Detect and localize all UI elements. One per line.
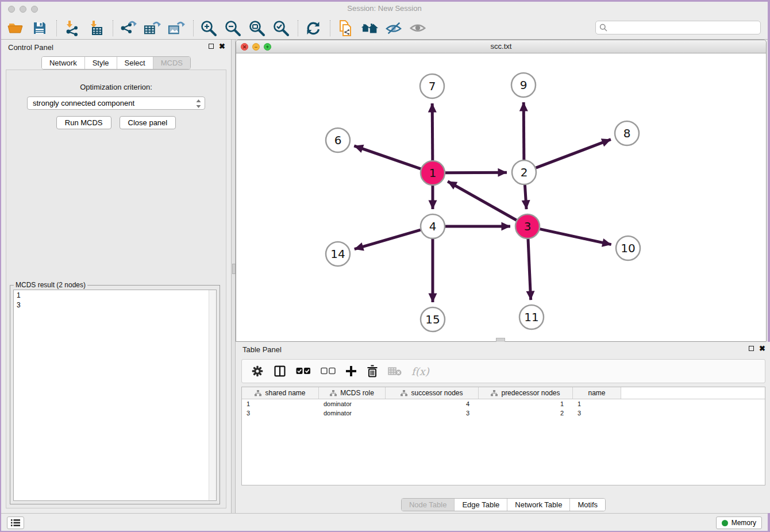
table-panel: Table Panel ✖ <box>236 342 770 513</box>
network-window-titlebar[interactable]: ✕ − + scc.txt <box>236 40 766 53</box>
zoom-selected-icon[interactable] <box>272 20 290 37</box>
node-2[interactable]: 2 <box>512 160 536 184</box>
open-session-icon[interactable] <box>7 20 24 37</box>
run-mcds-button[interactable]: Run MCDS <box>56 116 111 129</box>
export-network-icon[interactable] <box>120 20 137 37</box>
zoom-out-icon[interactable] <box>224 20 241 37</box>
zoom-in-icon[interactable] <box>200 20 217 37</box>
table-row[interactable]: 1dominator411 <box>242 399 765 408</box>
edge-2-3[interactable] <box>525 185 526 209</box>
float-panel-icon[interactable] <box>209 44 214 49</box>
import-network-icon[interactable] <box>63 20 80 37</box>
node-3[interactable]: 3 <box>515 214 540 238</box>
edge-3-11[interactable] <box>528 239 531 300</box>
table-tab-network-table[interactable]: Network Table <box>507 499 569 511</box>
home-icon[interactable] <box>361 20 378 37</box>
table-tab-edge-table[interactable]: Edge Table <box>454 499 507 511</box>
column-header-MCDS-role[interactable]: MCDS role <box>319 387 386 399</box>
refresh-icon[interactable] <box>305 20 322 37</box>
table-cell[interactable]: dominator <box>319 408 386 418</box>
table-row[interactable]: 3dominator323 <box>242 408 765 418</box>
svg-text:11: 11 <box>524 310 538 324</box>
table-cell[interactable]: 1 <box>479 399 573 408</box>
edge-3-10[interactable] <box>540 229 611 245</box>
tab-mcds[interactable]: MCDS <box>153 57 190 69</box>
table-cell[interactable]: 2 <box>479 408 573 418</box>
node-table[interactable]: shared nameMCDS rolesuccessor nodesprede… <box>241 387 765 485</box>
edge-1-6[interactable] <box>354 146 421 169</box>
export-image-icon[interactable] <box>168 20 185 37</box>
table-tab-node-table[interactable]: Node Table <box>402 499 455 511</box>
hide-unhide-icon[interactable] <box>385 20 402 37</box>
edge-4-14[interactable] <box>355 230 421 249</box>
create-column-icon[interactable] <box>345 365 357 377</box>
optimization-criterion-select[interactable]: strongly connected component <box>27 97 205 110</box>
mcds-tab-content: Optimization criterion: strongly connect… <box>6 70 226 508</box>
list-icon <box>11 519 20 527</box>
svg-text:6: 6 <box>334 133 342 147</box>
node-9[interactable]: 9 <box>511 73 536 97</box>
table-cell[interactable]: 3 <box>386 408 479 418</box>
import-table-icon[interactable] <box>87 20 105 37</box>
node-14[interactable]: 14 <box>326 242 350 266</box>
column-label: predecessor nodes <box>501 389 560 397</box>
toggle-birdseye-icon[interactable] <box>409 20 426 37</box>
save-session-icon[interactable] <box>31 20 48 37</box>
column-header-successor-nodes[interactable]: successor nodes <box>386 387 479 399</box>
float-table-panel-icon[interactable] <box>749 346 754 351</box>
close-panel-icon[interactable]: ✖ <box>219 43 225 49</box>
delete-columns-icon[interactable] <box>367 365 378 377</box>
close-table-panel-icon[interactable]: ✖ <box>759 345 765 352</box>
network-canvas[interactable]: 1234678910111415 <box>236 53 766 341</box>
column-header-name[interactable]: name <box>573 387 621 399</box>
show-columns-icon[interactable] <box>274 365 286 377</box>
tab-style[interactable]: Style <box>84 57 117 69</box>
toolbar-separator <box>56 20 57 36</box>
edge-2-9[interactable] <box>523 102 524 160</box>
table-cell[interactable]: 3 <box>242 408 319 418</box>
column-header-shared-name[interactable]: shared name <box>242 387 319 399</box>
unselect-all-columns-icon[interactable] <box>321 367 336 375</box>
optimization-criterion-label: Optimization criterion: <box>6 83 226 91</box>
mcds-result-list[interactable]: 13 <box>13 290 217 501</box>
network-document-icon[interactable] <box>337 20 354 37</box>
table-cell[interactable]: 4 <box>386 399 479 408</box>
search-box[interactable] <box>595 21 761 34</box>
tab-network[interactable]: Network <box>42 57 84 69</box>
table-cell[interactable]: 1 <box>242 399 319 408</box>
table-cell[interactable]: 3 <box>573 408 621 418</box>
mcds-result-title: MCDS result (2 nodes) <box>14 281 87 289</box>
show-panels-button[interactable] <box>7 516 24 529</box>
node-7[interactable]: 7 <box>420 74 444 98</box>
node-1[interactable]: 1 <box>421 161 445 185</box>
panel-splitter[interactable] <box>231 40 236 513</box>
node-8[interactable]: 8 <box>615 121 639 145</box>
svg-text:3: 3 <box>524 219 532 233</box>
memory-button[interactable]: Memory <box>716 516 762 529</box>
table-mode-gear-icon[interactable] <box>251 365 264 377</box>
node-11[interactable]: 11 <box>519 305 544 329</box>
tab-select[interactable]: Select <box>117 57 153 69</box>
edge-1-7[interactable] <box>432 103 433 160</box>
node-4[interactable]: 4 <box>421 214 445 238</box>
table-cell[interactable]: 1 <box>573 399 621 408</box>
edge-3-1[interactable] <box>448 182 517 220</box>
node-15[interactable]: 15 <box>421 307 445 331</box>
node-6[interactable]: 6 <box>326 128 350 152</box>
svg-text:14: 14 <box>330 247 345 261</box>
export-table-icon[interactable] <box>144 20 161 37</box>
network-view-window: ✕ − + scc.txt 1234678910111415 <box>236 40 767 342</box>
edge-2-8[interactable] <box>536 140 611 168</box>
table-tab-motifs[interactable]: Motifs <box>569 499 605 511</box>
column-header-predecessor-nodes[interactable]: predecessor nodes <box>479 387 573 399</box>
svg-text:10: 10 <box>621 241 635 255</box>
search-input[interactable] <box>610 23 760 33</box>
node-10[interactable]: 10 <box>616 236 640 260</box>
network-window-title: scc.txt <box>236 42 766 51</box>
select-all-columns-icon[interactable] <box>296 367 311 375</box>
zoom-fit-icon[interactable] <box>248 20 265 37</box>
result-scrollbar[interactable] <box>209 290 216 500</box>
edge-1-2[interactable] <box>445 172 507 173</box>
close-panel-button[interactable]: Close panel <box>120 116 176 129</box>
table-cell[interactable]: dominator <box>319 399 386 408</box>
